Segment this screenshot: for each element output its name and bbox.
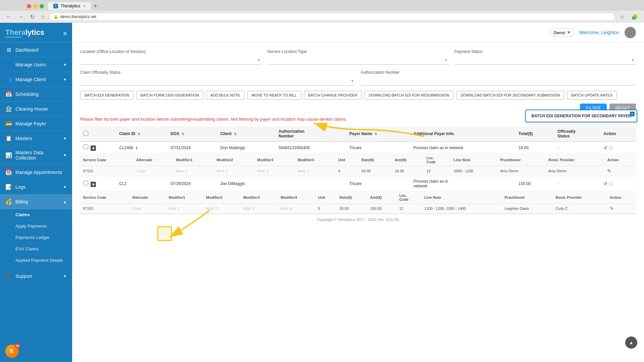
download-batch-edi-resubmission-button[interactable]: DOWNLOAD BATCH EDI FOR RESUBMISSION — [365, 91, 453, 100]
sidebar-item-manage-appointments[interactable]: 📆 Manage Appointments — [0, 165, 72, 180]
dashboard-icon: ⊞ — [5, 47, 12, 53]
service-location-type-filter: Service Location Type ▼ — [267, 49, 449, 65]
auth-number-cell: 56465132065406 — [275, 141, 346, 154]
batch-edi-generation-button[interactable]: BATCH EDI GENERATION — [80, 91, 133, 100]
sidebar-item-manage-users[interactable]: 👤 Manage Users ▼ — [0, 57, 72, 72]
authorization-number-input[interactable] — [361, 76, 636, 85]
sub-col-action: Action — [604, 154, 636, 166]
popup-close-button[interactable]: × — [630, 112, 635, 116]
batch-form-1500-button[interactable]: BATCH FORM 1500 GENERATION — [136, 91, 203, 100]
demo-dropdown[interactable]: Demo — [550, 28, 574, 37]
avatar[interactable]: 9. 33 — [5, 345, 19, 358]
claim-officially-status-select[interactable] — [80, 76, 356, 85]
home-button[interactable]: ⌂ — [39, 12, 47, 21]
service-location-type-select[interactable] — [267, 55, 449, 65]
mod2-value: Mod. 2 — [217, 169, 228, 173]
move-to-ready-button[interactable]: MOVE TO READY TO BILL — [247, 91, 301, 100]
sidebar-item-clearing-house[interactable]: 🏦 Clearing House — [0, 102, 72, 116]
payer-icon: 💳 — [5, 120, 12, 127]
claim-id: CL2 — [119, 181, 126, 186]
sidebar-item-label: Manage Client — [15, 77, 46, 82]
yellow-annotation-box — [157, 226, 172, 241]
edit-button[interactable]: ✎ — [607, 168, 611, 174]
unit-cell: 4 — [335, 166, 359, 176]
reload-button[interactable]: ↻ — [28, 12, 37, 21]
location-filter: Location (Office Location of Session) ▼ — [80, 49, 262, 65]
expand-icon[interactable]: ■ — [91, 145, 96, 151]
sidebar-item-manage-payer[interactable]: 💳 Manage Payer — [0, 116, 72, 131]
sidebar-item-support[interactable]: ❓ Support ▼ — [0, 269, 72, 284]
sort-icon[interactable]: ⇅ — [138, 132, 140, 136]
close-dot[interactable] — [27, 4, 31, 8]
sort-icon[interactable]: ⇅ — [374, 132, 377, 136]
sidebar-item-masters[interactable]: 📋 Masters ▼ — [0, 131, 72, 146]
copyright-text: Copyright © Theralytics 2017 - 2024 (Ver… — [317, 218, 399, 222]
sidebar-item-masters-data-collection[interactable]: 📊 Masters Data Collection ▼ — [0, 146, 72, 165]
extensions-button[interactable]: 🧩 — [629, 12, 640, 21]
hamburger-icon[interactable]: ≡ — [63, 30, 67, 37]
data-collection-icon: 📊 — [5, 152, 12, 159]
sub-col-loc-code: Loc.Code — [424, 154, 451, 166]
add-bulk-note-button[interactable]: ADD BULK NOTE — [206, 91, 245, 100]
expand-icon[interactable]: ■ — [91, 182, 96, 187]
bookmark-button[interactable]: ☆ — [618, 12, 627, 21]
action-cell: ↺ □ — [600, 141, 636, 154]
sidebar-item-billing[interactable]: 💰 Billing ▲ — [0, 194, 72, 209]
scheduling-icon: 📅 — [5, 91, 12, 97]
sidebar-item-manage-client[interactable]: 👥 Manage Client ▼ — [0, 72, 72, 87]
copy-button[interactable]: □ — [609, 145, 612, 150]
download-batch-edi-secondary-button[interactable]: DOWNLOAD BATCH EDI FOR SECONDARY SUBMISS… — [456, 91, 564, 100]
col-additional-payer: Additional Payer Info. — [410, 126, 515, 141]
additional-payer-cell: Process claim as innetwork — [410, 176, 515, 191]
batch-change-provider-button[interactable]: BATCH CHANGE PROVIDER — [304, 91, 362, 100]
sort-icon[interactable]: ⇅ — [234, 132, 236, 136]
select-all-checkbox[interactable] — [84, 131, 88, 136]
sidebar-sub-item-apply-payments[interactable]: Apply Payments — [15, 221, 72, 232]
scroll-to-top-button[interactable]: ▲ — [625, 337, 637, 349]
new-tab-button[interactable]: + — [94, 3, 97, 10]
location-select[interactable] — [80, 55, 262, 65]
alternate-cell: Code — [129, 204, 166, 214]
batch-update-rates-button[interactable]: BATCH UPDATE RATES — [567, 91, 616, 100]
mod3-cell: Mod. 3 — [255, 166, 295, 176]
sidebar-sub-item-claims[interactable]: Claims — [15, 209, 72, 221]
sidebar-sub-item-evv-claims[interactable]: EVV Claims — [15, 243, 72, 255]
tab-close-icon[interactable]: × — [83, 3, 86, 9]
sidebar-item-dashboard[interactable]: ⊞ Dashboard — [0, 43, 72, 57]
col-client: Client ⇅ — [217, 126, 275, 141]
info-icon[interactable]: ℹ — [136, 145, 138, 150]
sub-col-line-note: Line Note — [422, 191, 502, 204]
officeally-status-cell: - — [554, 176, 600, 191]
sidebar-item-label: Manage Payer — [15, 121, 46, 126]
edit-button[interactable]: ✎ — [610, 206, 614, 211]
address-bar[interactable]: 🔒 demo.theralytics.net — [49, 13, 615, 21]
user-avatar[interactable] — [625, 27, 636, 38]
tab-title: Theralytics — [61, 4, 80, 8]
maximize-dot[interactable] — [40, 4, 44, 8]
row-checkbox[interactable] — [84, 144, 88, 149]
undo-button[interactable]: ↺ — [603, 145, 607, 150]
location-label: Location (Office Location of Session) — [80, 49, 262, 54]
sub-table-row: Service Code Alternate Modifier1 Modifie… — [80, 154, 636, 176]
active-tab[interactable]: T Theralytics × — [48, 2, 91, 10]
mod4-cell: Mod. 4 — [278, 204, 315, 214]
filter-grid-row2: Claim Officeally Status ▼ Authorization … — [80, 70, 636, 85]
filter-grid-row1: Location (Office Location of Session) ▼ … — [80, 49, 636, 65]
back-button[interactable]: ← — [4, 12, 13, 21]
chevron-down-icon: ▼ — [63, 153, 67, 157]
minimize-dot[interactable] — [33, 4, 38, 8]
sub-data-row: 97153 Code Mod. 1 Mod. 2 Mod. 3 Mod. 4 5… — [80, 204, 636, 214]
row-checkbox[interactable] — [84, 181, 88, 185]
sidebar-sub-item-payments-ledger[interactable]: Payments Ledger — [15, 232, 72, 243]
payment-status-select[interactable] — [454, 55, 636, 65]
sidebar-item-scheduling[interactable]: 📅 Scheduling — [0, 87, 72, 102]
batch-edi-secondary-popup: × BATCH EDI GENERATION FOR SECONDARY PAY… — [525, 110, 637, 122]
mod1-cell: Mod. 1 — [166, 204, 203, 214]
copy-button[interactable]: □ — [609, 181, 612, 186]
sidebar-sub-item-applied-payment-details[interactable]: Applied Payment Details — [15, 255, 72, 266]
sort-icon[interactable]: ⇅ — [181, 132, 184, 136]
undo-button[interactable]: ↺ — [603, 181, 607, 186]
sidebar-item-logs[interactable]: 📝 Logs ▼ — [0, 180, 72, 194]
forward-button[interactable]: → — [16, 12, 25, 21]
sidebar-item-label: Scheduling — [15, 92, 39, 97]
